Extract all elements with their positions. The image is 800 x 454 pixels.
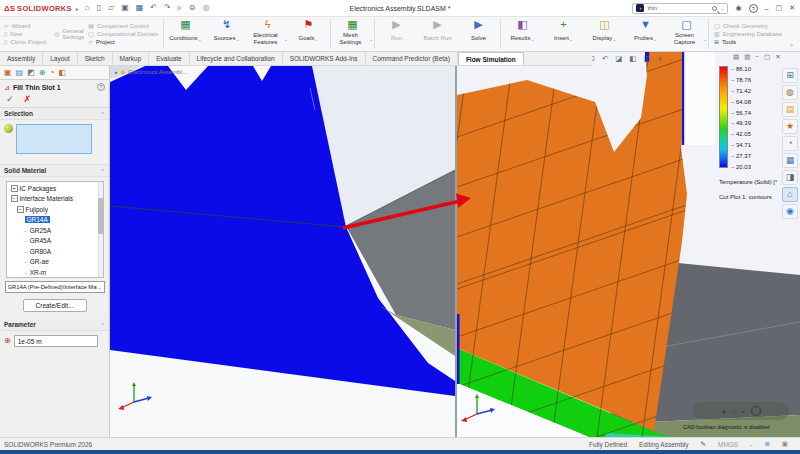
- appearances-button[interactable]: ◔: [782, 136, 798, 151]
- left-viewport[interactable]: ▸ ◆ Electronics Assembl...: [110, 66, 455, 437]
- quick-tips-icon[interactable]: ▣: [782, 441, 788, 448]
- ribbon-collapse-chevron-icon[interactable]: ⌃: [789, 43, 794, 50]
- computational-domain-button[interactable]: ▢Computational Domain: [88, 31, 158, 37]
- breadcrumb-caret-icon[interactable]: ▸: [115, 69, 118, 75]
- search-dropdown-caret-icon[interactable]: ⌄: [720, 5, 724, 11]
- solid-material-section-header[interactable]: Solid Material⌃: [0, 165, 109, 177]
- expander-icon[interactable]: +: [11, 185, 18, 192]
- engineering-database-button[interactable]: ▥Engineering Database: [714, 31, 782, 37]
- panel-help-icon[interactable]: ?: [97, 83, 105, 91]
- results-button[interactable]: ◧Results: [502, 17, 543, 51]
- tab-assembly[interactable]: Assembly: [0, 52, 43, 65]
- tab-evaluate[interactable]: Evaluate: [149, 52, 189, 65]
- tab-lifecycle-and-collaboration[interactable]: Lifecycle and Collaboration: [190, 52, 283, 65]
- component-control-button[interactable]: ▤Component Control: [88, 23, 158, 29]
- motion-tab-icon[interactable]: ⊕: [39, 69, 46, 77]
- expander-icon[interactable]: −: [11, 195, 18, 202]
- feature-tab-icon[interactable]: ▤: [16, 69, 24, 77]
- probes-button[interactable]: ▼Probes: [625, 17, 666, 51]
- redo-icon[interactable]: ↷: [164, 4, 171, 12]
- tree-scrollbar[interactable]: [98, 182, 103, 277]
- tab-markup[interactable]: Markup: [113, 52, 150, 65]
- options-icon[interactable]: ◎: [202, 4, 209, 12]
- legend-color-bar[interactable]: [719, 66, 728, 168]
- tree-item-interface-materials[interactable]: −Interface Materials: [9, 194, 103, 205]
- new-document-icon[interactable]: ▯: [97, 4, 101, 12]
- create-edit-button[interactable]: Create/Edit...: [23, 299, 87, 312]
- search-scope-icon[interactable]: ›: [636, 4, 644, 12]
- print-icon[interactable]: ▦: [136, 4, 144, 12]
- user-account-icon[interactable]: ◉: [735, 4, 741, 12]
- search-icon[interactable]: [712, 6, 717, 11]
- view-palette-button[interactable]: ★: [782, 119, 798, 134]
- close-window-icon[interactable]: ✕: [789, 4, 795, 12]
- material-combobox[interactable]: GR14A (Pre-Defined)\Interface Materi ⌄: [5, 281, 105, 293]
- search-value[interactable]: thin: [647, 5, 709, 11]
- project-button[interactable]: ▱Project: [88, 39, 158, 45]
- design-library-button[interactable]: ◍: [782, 85, 798, 100]
- home-icon[interactable]: ⌂: [85, 4, 90, 12]
- logo-flyout-caret-icon[interactable]: ▸: [76, 5, 79, 12]
- ok-button[interactable]: ✓: [6, 94, 14, 104]
- tools-button[interactable]: ⊞Tools: [714, 39, 782, 45]
- tab-layout[interactable]: Layout: [43, 52, 78, 65]
- preview-button[interactable]: ◨: [782, 170, 798, 185]
- run-button[interactable]: ▶Run: [376, 17, 417, 51]
- search-input[interactable]: › thin ⌄: [632, 3, 728, 14]
- file-explorer-button[interactable]: ▤: [782, 102, 798, 117]
- units-selector[interactable]: MMGS: [718, 441, 738, 448]
- help-icon[interactable]: ?: [749, 4, 758, 13]
- material-tree[interactable]: +IC Packages −Interface Materials −Fujip…: [6, 181, 104, 278]
- tree-item-gr45a[interactable]: GR45A: [9, 236, 103, 247]
- tree-item-xr-m[interactable]: XR-m: [9, 267, 103, 278]
- open-document-icon[interactable]: ▱: [108, 4, 114, 12]
- flow-analysis-tab-icon[interactable]: ▣: [4, 69, 12, 77]
- tree-item-ic-packages[interactable]: +IC Packages: [9, 183, 103, 194]
- diagnostic-node-icon[interactable]: ●: [721, 408, 725, 415]
- check-geometry-button[interactable]: ▢Check Geometry: [714, 23, 782, 29]
- wizard-button[interactable]: ▱Wizard: [4, 23, 46, 29]
- screen-capture-button[interactable]: ▢Screen Capture: [666, 17, 707, 51]
- clone-project-button[interactable]: ▯Clone Project: [4, 39, 46, 45]
- goals-button[interactable]: ⚑Goals: [288, 17, 329, 51]
- undo-icon[interactable]: ↶: [150, 4, 157, 12]
- save-icon[interactable]: ▣: [121, 4, 129, 12]
- diagnostic-dot-icon[interactable]: ●: [742, 409, 745, 414]
- select-icon[interactable]: ▹: [178, 4, 182, 12]
- display-tab-icon[interactable]: ◩: [27, 69, 35, 77]
- rebuild-icon[interactable]: ⊜: [189, 4, 196, 12]
- tag-icon[interactable]: ⊚: [764, 441, 769, 448]
- tree-item-gr80a[interactable]: GR80A: [9, 246, 103, 257]
- mesh-settings-button[interactable]: ▦Mesh Settings: [332, 17, 373, 51]
- tree-item-gr14a[interactable]: GR14A: [9, 215, 103, 226]
- minimize-window-icon[interactable]: –: [765, 5, 769, 12]
- parameter-section-header[interactable]: Parameter⌃: [0, 319, 109, 331]
- custom-properties-button[interactable]: ▦: [782, 153, 798, 168]
- slot-width-input[interactable]: 1e-05 m: [14, 335, 98, 347]
- selection-listbox[interactable]: [16, 124, 92, 154]
- scrollbar-thumb[interactable]: [98, 198, 103, 234]
- solidworks-resources-button[interactable]: ⊞: [782, 68, 798, 83]
- restore-window-icon[interactable]: ▢: [776, 4, 783, 12]
- new-project-button[interactable]: ▯New: [4, 31, 46, 37]
- breadcrumb[interactable]: ▸ ◆ Electronics Assembl...: [115, 68, 187, 75]
- expander-icon[interactable]: −: [17, 206, 24, 213]
- conditions-button[interactable]: ▦Conditions: [165, 17, 206, 51]
- display-button[interactable]: ◫Display: [584, 17, 625, 51]
- solve-button[interactable]: ▶Solve: [458, 17, 499, 51]
- tree-item-fujipoly[interactable]: −Fujipoly: [9, 204, 103, 215]
- tree-item-gr-ae[interactable]: GR-ae: [9, 257, 103, 268]
- tab-sketch[interactable]: Sketch: [78, 52, 113, 65]
- cancel-button[interactable]: ✗: [24, 94, 32, 104]
- appearance-tab-icon[interactable]: ◔: [49, 69, 54, 77]
- electrical-features-button[interactable]: ϟElectrical Features: [247, 17, 288, 51]
- tab-solidworks-add-ins[interactable]: SOLIDWORKS Add-Ins: [283, 52, 366, 65]
- insert-button[interactable]: +Insert: [543, 17, 584, 51]
- diagnostic-help-icon[interactable]: [751, 406, 761, 416]
- general-settings-button[interactable]: ◎General Settings: [54, 28, 80, 40]
- tab-command-predictor[interactable]: Command Predictor (Beta): [366, 52, 458, 65]
- tree-item-gr25a[interactable]: GR25A: [9, 225, 103, 236]
- sources-button[interactable]: ↯Sources: [206, 17, 247, 51]
- config-tab-icon[interactable]: ◧: [58, 69, 66, 77]
- selection-section-header[interactable]: Selection⌃: [0, 108, 109, 120]
